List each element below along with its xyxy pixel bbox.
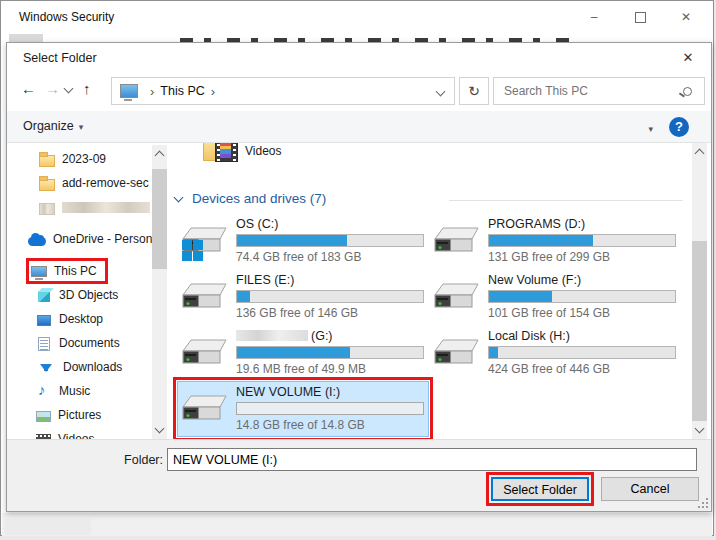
sidebar-item-label: [62, 202, 150, 213]
recent-locations-chevron-icon[interactable]: [64, 84, 74, 94]
drive-icon: [182, 226, 228, 258]
capacity-bar-fill: [237, 291, 250, 302]
sidebar-item-2023-09[interactable]: 2023-09: [9, 147, 151, 171]
sidebar-item-onedrive-person[interactable]: OneDrive - Person: [9, 227, 151, 251]
sidebar-item-label: Documents: [59, 336, 120, 350]
drive-icon: [182, 338, 228, 370]
select-folder-button[interactable]: Select Folder: [491, 477, 589, 501]
up-button[interactable]: ↑: [83, 80, 91, 97]
scroll-down-icon[interactable]: [155, 424, 165, 434]
music-icon: [36, 383, 52, 399]
annotation-box-red: This PC: [29, 261, 105, 281]
maximize-icon: [635, 12, 646, 23]
chevron-down-icon: ▾: [79, 122, 84, 132]
capacity-bar: [236, 346, 424, 359]
drive-free-space: 131 GB free of 299 GB: [488, 250, 676, 264]
window-bottom-strip: [2, 513, 712, 536]
maximize-button[interactable]: [617, 1, 663, 33]
sidebar-item-label: Videos: [58, 432, 94, 439]
download-icon: [40, 364, 52, 372]
group-header[interactable]: Devices and drives (7): [175, 191, 326, 206]
cancel-button[interactable]: Cancel: [601, 477, 699, 501]
drive-item-new-volume-f-[interactable]: New Volume (F:) 101 GB free of 154 GB: [429, 269, 681, 325]
help-button[interactable]: ?: [669, 117, 689, 137]
sidebar-item-music[interactable]: Music: [9, 379, 151, 403]
sidebar-item-3d-objects[interactable]: 3D Objects: [9, 283, 151, 307]
scroll-up-icon[interactable]: [695, 149, 705, 159]
folder-name-input[interactable]: [167, 448, 697, 471]
group-header-label: Devices and drives (7): [192, 191, 326, 206]
address-dropdown-icon[interactable]: [436, 86, 446, 96]
drive-free-space: 74.4 GB free of 183 GB: [236, 250, 424, 264]
sidebar-item-label: Pictures: [58, 408, 101, 422]
select-folder-dialog: Select Folder ✕ ← → ↑ › This PC › ↻ Orga…: [6, 42, 712, 512]
sidebar-item-pictures[interactable]: Pictures: [9, 403, 151, 427]
drive-free-space: 101 GB free of 154 GB: [488, 306, 676, 320]
sidebar-scrollbar[interactable]: [152, 145, 167, 439]
drive-item-local-disk-h-[interactable]: Local Disk (H:) 424 GB free of 446 GB: [429, 325, 681, 381]
sidebar-item-label: Downloads: [63, 360, 122, 374]
search-input[interactable]: [494, 84, 683, 98]
desktop-icon: [37, 315, 51, 326]
breadcrumb-separator[interactable]: ›: [211, 84, 215, 99]
drive-name: PROGRAMS (D:): [488, 217, 676, 231]
drive-item--g-[interactable]: (G:) 19.6 MB free of 49.9 MB: [177, 325, 429, 381]
folder-icon: [39, 155, 55, 167]
drive-item-files-e-[interactable]: FILES (E:) 136 GB free of 146 GB: [177, 269, 429, 325]
drive-free-space: 14.8 GB free of 14.8 GB: [236, 418, 424, 432]
window-titlebar[interactable]: Windows Security – ✕: [1, 1, 713, 33]
search-box[interactable]: [493, 77, 705, 105]
sidebar-item-desktop[interactable]: Desktop: [9, 307, 151, 331]
breadcrumb-separator: ›: [150, 84, 154, 99]
resize-grip[interactable]: [698, 498, 708, 508]
drive-name: New Volume (F:): [488, 273, 676, 287]
sidebar-item-label: 3D Objects: [59, 288, 118, 302]
folder-blur-icon: [39, 203, 55, 215]
group-divider: [449, 200, 683, 201]
scrollbar-thumb[interactable]: [152, 169, 167, 269]
sidebar-item-obscured[interactable]: [9, 195, 151, 219]
capacity-bar-fill: [489, 235, 593, 246]
scroll-up-icon[interactable]: [155, 151, 165, 161]
sidebar-item-this-pc[interactable]: This PC: [9, 259, 151, 283]
drive-item-programs-d-[interactable]: PROGRAMS (D:) 131 GB free of 299 GB: [429, 213, 681, 269]
capacity-bar: [236, 402, 424, 415]
drive-icon: [182, 282, 228, 314]
main-scrollbar[interactable]: [692, 143, 707, 439]
refresh-button[interactable]: ↻: [459, 77, 489, 105]
drive-name: Local Disk (H:): [488, 329, 676, 343]
sidebar-item-label: 2023-09: [62, 152, 106, 166]
close-button[interactable]: ✕: [663, 1, 709, 33]
drive-free-space: 136 GB free of 146 GB: [236, 306, 424, 320]
command-toolbar: Organize▾ ▾ ?: [7, 111, 711, 143]
drive-item-os-c-[interactable]: OS (C:) 74.4 GB free of 183 GB: [177, 213, 429, 269]
search-icon: [683, 87, 692, 96]
sidebar-item-videos[interactable]: Videos: [9, 427, 151, 439]
view-dropdown-icon[interactable]: ▾: [648, 124, 653, 134]
sidebar-item-add-remove-sec[interactable]: add-remove-sec: [9, 171, 151, 195]
drive-icon: [434, 338, 480, 370]
drive-name: NEW VOLUME (I:): [236, 385, 424, 399]
doc-icon: [38, 337, 50, 351]
collapse-group-icon[interactable]: [174, 193, 184, 203]
folder-icon: [39, 179, 55, 191]
sidebar-item-downloads[interactable]: Downloads: [9, 355, 151, 379]
drive-name: OS (C:): [236, 217, 424, 231]
videos-folder-label[interactable]: Videos: [245, 144, 281, 158]
breadcrumb-this-pc[interactable]: This PC: [160, 84, 204, 98]
organize-menu[interactable]: Organize▾: [23, 119, 83, 133]
file-list-pane: Videos Devices and drives (7) OS (C:) 74…: [167, 143, 709, 439]
sidebar-item-label: Music: [59, 384, 90, 398]
dialog-close-button[interactable]: ✕: [675, 48, 701, 68]
picture-icon: [36, 411, 51, 422]
scrollbar-thumb[interactable]: [692, 241, 707, 421]
back-button[interactable]: ←: [21, 80, 36, 97]
cube-icon: [38, 291, 50, 302]
minimize-button[interactable]: –: [571, 1, 617, 33]
navigation-pane: 2023-09 add-remove-sec OneDrive - Person…: [9, 143, 167, 439]
address-bar[interactable]: › This PC ›: [111, 77, 455, 105]
capacity-bar-fill: [489, 347, 498, 358]
sidebar-item-documents[interactable]: Documents: [9, 331, 151, 355]
scroll-down-icon[interactable]: [695, 424, 705, 434]
drive-item-new-volume-i-[interactable]: NEW VOLUME (I:) 14.8 GB free of 14.8 GB: [177, 381, 429, 437]
